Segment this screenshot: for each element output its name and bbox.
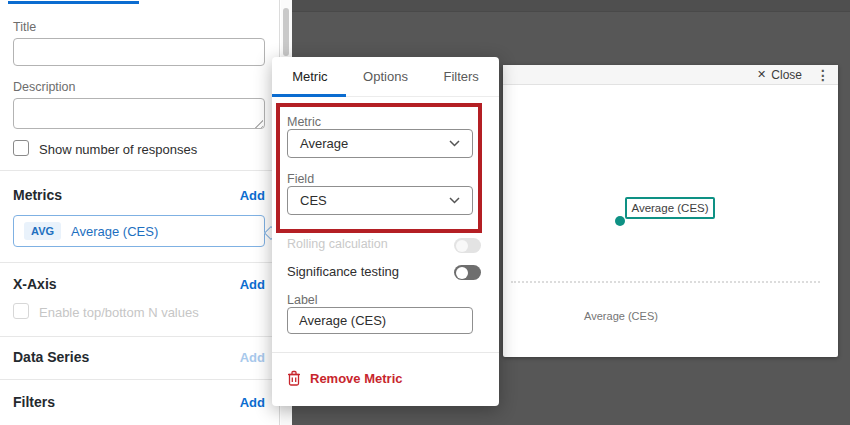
chart-baseline	[511, 281, 820, 283]
chevron-down-icon	[449, 140, 460, 147]
close-button-label: Close	[771, 68, 802, 82]
metric-popup: Metric Options Filters Metric Average Fi…	[272, 57, 499, 406]
metric-aggregation-badge: AVG	[24, 222, 61, 240]
widget-editor: ✕ Close ⋮ Average (CES) Average (CES) Ti…	[0, 0, 850, 425]
kebab-menu-icon[interactable]: ⋮	[816, 67, 830, 83]
title-input[interactable]	[13, 38, 265, 66]
close-icon: ✕	[757, 69, 766, 80]
metric-chip[interactable]: AVG Average (CES)	[13, 215, 265, 247]
section-divider	[0, 379, 280, 380]
tab-filters[interactable]: Filters	[423, 57, 499, 96]
metrics-heading: Metrics	[13, 187, 62, 203]
title-label: Title	[13, 20, 36, 34]
label-field-label: Label	[287, 293, 318, 307]
description-label: Description	[13, 80, 76, 94]
field-select-label: Field	[287, 172, 314, 186]
trash-icon	[287, 370, 301, 386]
significance-testing-label: Significance testing	[287, 264, 399, 279]
x-axis-add-link[interactable]: Add	[240, 277, 265, 292]
chevron-down-icon	[449, 197, 460, 204]
preview-toolbar: ✕ Close ⋮	[503, 65, 838, 85]
toggle-knob	[456, 267, 468, 279]
x-axis-label: Average (CES)	[561, 310, 681, 322]
settings-sidebar: Title Description Show number of respons…	[0, 0, 280, 425]
metric-select[interactable]: Average	[287, 129, 473, 158]
active-tab-underline	[272, 94, 346, 97]
rolling-calculation-toggle	[454, 238, 481, 253]
filters-heading: Filters	[13, 394, 55, 410]
data-series-add-link: Add	[240, 350, 265, 365]
section-divider	[0, 262, 280, 263]
topbottom-checkbox-label: Enable top/bottom N values	[39, 305, 199, 320]
significance-testing-toggle[interactable]	[454, 265, 481, 280]
filters-add-link[interactable]: Add	[240, 395, 265, 410]
popup-tabbar: Metric Options Filters	[272, 57, 499, 97]
field-select-value: CES	[300, 193, 327, 208]
rolling-calculation-label: Rolling calculation	[287, 237, 388, 251]
chart-data-point[interactable]	[615, 216, 625, 226]
tab-metric[interactable]: Metric	[272, 57, 348, 96]
remove-metric-label: Remove Metric	[310, 371, 402, 386]
show-responses-label: Show number of responses	[39, 142, 197, 157]
metric-select-label: Metric	[287, 115, 321, 129]
close-button[interactable]: ✕ Close	[757, 68, 802, 82]
metrics-add-link[interactable]: Add	[240, 188, 265, 203]
widget-preview-card: ✕ Close ⋮ Average (CES) Average (CES)	[503, 65, 838, 357]
popup-divider	[272, 352, 499, 353]
metric-select-value: Average	[300, 136, 348, 151]
section-divider	[0, 170, 280, 171]
backdrop-top-strip	[292, 0, 850, 12]
field-select[interactable]: CES	[287, 186, 473, 215]
scrollbar-thumb[interactable]	[283, 8, 289, 56]
data-point-label: Average (CES)	[625, 197, 715, 219]
section-divider	[0, 336, 280, 337]
active-tab-indicator	[8, 1, 139, 4]
topbottom-checkbox	[13, 303, 29, 319]
metric-chip-label: Average (CES)	[71, 224, 158, 239]
remove-metric-button[interactable]: Remove Metric	[287, 370, 402, 386]
show-responses-checkbox[interactable]	[13, 140, 29, 156]
toggle-knob	[456, 240, 468, 252]
label-input[interactable]	[287, 307, 473, 334]
x-axis-heading: X-Axis	[13, 276, 57, 292]
description-textarea[interactable]	[13, 98, 265, 129]
data-series-heading: Data Series	[13, 349, 89, 365]
tab-options[interactable]: Options	[348, 57, 424, 96]
